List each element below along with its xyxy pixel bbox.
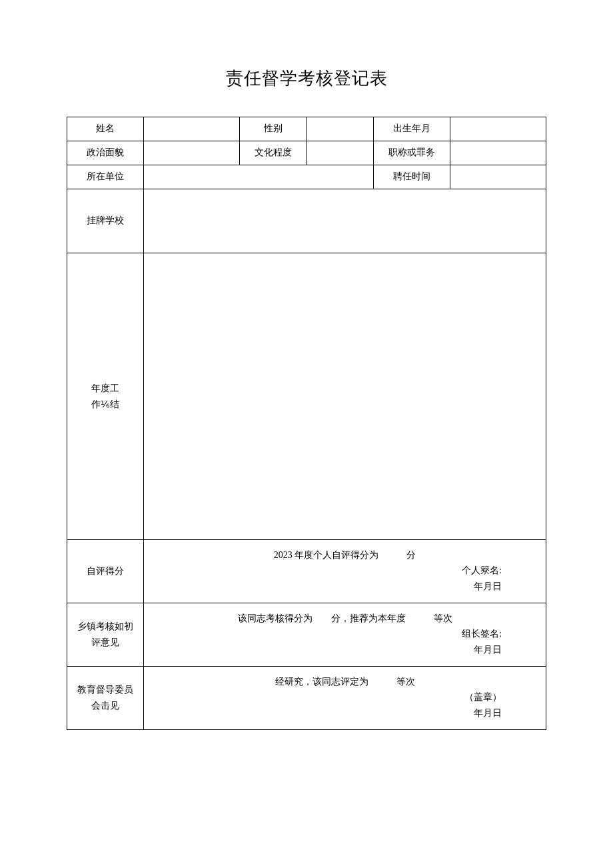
- value-gender[interactable]: [306, 117, 374, 141]
- value-unit[interactable]: [144, 165, 374, 189]
- label-name: 姓名: [67, 117, 144, 141]
- value-political[interactable]: [144, 141, 240, 165]
- value-road-opinion[interactable]: 该同志考核得分为 分，推荐为本年度 等次 组长签名: 年月日: [144, 603, 546, 666]
- label-unit: 所在单位: [67, 165, 144, 189]
- road-opinion-line: 该同志考核得分为 分，推荐为本年度 等次: [155, 611, 535, 626]
- label-education: 文化程度: [239, 141, 306, 165]
- label-committee-line2: 会击见: [70, 698, 141, 714]
- value-summary[interactable]: [144, 253, 546, 540]
- road-opinion-signature: 组长签名:: [155, 626, 502, 642]
- form-table: 姓名 性别 出生年月 政治面貌 文化程度 职称或罪务 所在单位 聘任时间 挂牌学…: [67, 117, 546, 730]
- road-opinion-date: 年月日: [155, 642, 502, 658]
- committee-seal: （盖章）: [155, 689, 502, 705]
- value-title-post[interactable]: [450, 141, 546, 165]
- committee-date: 年月日: [155, 705, 502, 721]
- page-title: 责任督学考核登记表: [67, 67, 546, 90]
- label-committee: 教育督导委员 会击见: [67, 666, 144, 729]
- label-road-opinion-line1: 乡镇考核如初: [70, 619, 141, 635]
- label-school: 挂牌学校: [67, 189, 144, 253]
- value-birth[interactable]: [450, 117, 546, 141]
- self-score-line: 2023 年度个人自评得分为 分: [155, 548, 535, 563]
- self-score-date: 年月日: [155, 579, 502, 595]
- value-school[interactable]: [144, 189, 546, 253]
- label-road-opinion: 乡镇考核如初 评意见: [67, 603, 144, 666]
- label-appoint-time: 聘任时间: [374, 165, 450, 189]
- value-committee[interactable]: 经研究，该同志评定为 等次 （盖章） 年月日: [144, 666, 546, 729]
- label-birth: 出生年月: [374, 117, 450, 141]
- label-summary: 年度工 作⅟₆结: [67, 253, 144, 540]
- label-political: 政治面貌: [67, 141, 144, 165]
- label-road-opinion-line2: 评意见: [70, 635, 141, 651]
- label-gender: 性别: [239, 117, 306, 141]
- label-title-post: 职称或罪务: [374, 141, 450, 165]
- self-score-signature: 个人簝名:: [155, 563, 502, 579]
- label-summary-line2: 作⅟₆结: [70, 397, 141, 413]
- label-committee-line1: 教育督导委员: [70, 682, 141, 698]
- value-education[interactable]: [306, 141, 374, 165]
- value-appoint-time[interactable]: [450, 165, 546, 189]
- value-self-score[interactable]: 2023 年度个人自评得分为 分 个人簝名: 年月日: [144, 540, 546, 603]
- label-summary-line1: 年度工: [70, 381, 141, 397]
- value-name[interactable]: [144, 117, 240, 141]
- label-self-score: 自评得分: [67, 540, 144, 603]
- committee-line: 经研究，该同志评定为 等次: [155, 675, 535, 689]
